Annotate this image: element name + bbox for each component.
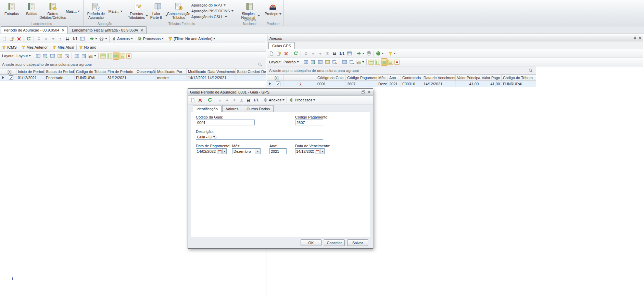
grid-search-button[interactable] [527, 67, 534, 74]
salvar-button[interactable]: Salvar [347, 239, 368, 246]
codigo-guia-field[interactable] [196, 120, 255, 125]
delete-record-button[interactable] [197, 97, 203, 103]
appearance-button[interactable]: A [126, 52, 132, 59]
nav-first-button[interactable] [35, 35, 42, 42]
grid-view-button[interactable] [79, 35, 86, 42]
column-header-check[interactable]: [x] [273, 75, 283, 80]
find-button[interactable] [64, 35, 71, 42]
column-header-codigo-tributo[interactable]: Código do Tributo [75, 69, 106, 74]
grid-layout-2-button[interactable] [310, 59, 317, 65]
row-checkbox[interactable] [276, 82, 280, 86]
column-header-anexo-icon[interactable] [283, 75, 316, 80]
data-pagamento-field[interactable] [196, 148, 227, 154]
find-button[interactable] [245, 97, 252, 103]
column-header-codigo-tributo[interactable]: Código do Tributo [502, 75, 536, 80]
column-header-valor-pago[interactable]: Valor Pago [480, 75, 502, 80]
nav-prev-button[interactable] [42, 35, 49, 42]
new-record-button[interactable] [1, 35, 8, 42]
view-layout-2-button[interactable] [106, 52, 113, 59]
anexos-dropdown-button[interactable]: Anexos [263, 97, 285, 103]
filter-dropdown-button[interactable] [388, 50, 396, 57]
delete-record-button[interactable] [282, 50, 289, 57]
edit-record-button[interactable] [8, 35, 15, 42]
grid-layout-1-button[interactable] [35, 52, 41, 59]
column-header-valor-principal[interactable]: Valor Principal [456, 75, 480, 80]
apuracao-mais-button[interactable]: Mais... [106, 8, 124, 15]
view-layout-2-button[interactable] [375, 59, 381, 65]
export-button[interactable] [89, 35, 98, 42]
nav-first-button[interactable] [216, 97, 223, 103]
data-vencimento-input[interactable] [295, 149, 315, 154]
column-header-contratada[interactable]: Contratada [401, 75, 422, 80]
edit-record-button[interactable] [275, 50, 282, 57]
mes-select[interactable]: Dezembro [232, 148, 261, 154]
nav-last-button[interactable] [57, 35, 64, 42]
calendar-button[interactable] [315, 149, 320, 154]
delete-record-button[interactable] [15, 35, 22, 42]
view-layout-4-button[interactable] [119, 52, 126, 59]
date-dropdown-button[interactable] [222, 149, 226, 154]
grid-layout-5-button[interactable] [63, 52, 70, 59]
left-group-by-bar[interactable]: Arraste aqui o cabeçalho de uma coluna p… [0, 60, 266, 69]
column-header-ano[interactable]: Ano [388, 75, 401, 80]
dialog-maximize-button[interactable] [362, 90, 365, 94]
column-header-codigo-guia[interactable]: Código da Guia [316, 75, 346, 80]
tab-periodo-de-apuracao[interactable]: Período de Apuração - 03.9.0504 [1, 26, 68, 34]
chart-button[interactable] [356, 59, 365, 65]
pin-panel-button[interactable] [633, 36, 637, 40]
simples-nacional-button[interactable]: Simples Nacional [239, 1, 260, 21]
grid-layout-1-button[interactable] [303, 59, 310, 65]
chart-button[interactable] [88, 52, 97, 59]
filter-dropdown-button[interactable]: [Filtro: No ano Anterior] [167, 35, 216, 42]
combo-dropdown-button[interactable] [255, 149, 260, 154]
nav-prev-button[interactable] [224, 97, 230, 103]
anexos-group-by-bar[interactable]: Arraste aqui o cabeçalho de uma coluna p… [267, 66, 536, 75]
column-header-modificado-por[interactable]: Modificado Por [156, 69, 187, 74]
data-pagamento-input[interactable] [196, 149, 217, 154]
ano-field[interactable] [269, 148, 287, 154]
grid-layout-2-button[interactable] [42, 52, 49, 59]
grid-layout-3-button[interactable] [317, 59, 324, 65]
column-header-observacao[interactable]: Observação [135, 69, 156, 74]
outros-debitos-creditos-button[interactable]: Outros Débitos/Créditos [41, 1, 64, 21]
filter-no-ano-button[interactable]: No ano [78, 44, 97, 51]
column-header-modificado-em[interactable]: Modificado Em [187, 69, 206, 74]
layout-preset-dropdown[interactable]: Layout [16, 52, 31, 59]
refresh-button[interactable] [25, 35, 32, 42]
cancelar-button[interactable]: Cancelar [324, 239, 345, 246]
grid-layout-5-button[interactable] [331, 59, 338, 65]
view-layout-1-button[interactable] [100, 52, 106, 59]
new-record-button[interactable] [268, 50, 275, 57]
tab-lancamento-fiscal-entrada[interactable]: Lançamento Fiscal Entrada - 03.9.0504 [69, 26, 147, 34]
compensacao-tributos-button[interactable]: $ Compensação Tributos [168, 1, 190, 21]
export-button[interactable] [356, 50, 365, 57]
tab-valores[interactable]: Valores [222, 105, 242, 112]
column-header-inicio-periodo[interactable]: Início de Período [16, 69, 45, 74]
nav-first-button[interactable] [302, 50, 309, 57]
periodo-apuracao-button[interactable]: Período de Apuração [85, 1, 106, 21]
nav-next-button[interactable] [231, 97, 238, 103]
ok-button[interactable]: OK [301, 239, 321, 246]
anexos-grid-row[interactable]: 0001 2607 Deze... 2021 F00310 14/12/2021… [267, 81, 536, 87]
close-panel-button[interactable] [639, 37, 642, 40]
apuracao-csll-button[interactable]: Apuração do CSLL [191, 15, 234, 19]
view-layout-3-button[interactable] [381, 59, 387, 65]
prodepe-button[interactable]: Prodepe [264, 1, 282, 17]
data-vencimento-field[interactable] [295, 148, 325, 154]
grid-layout-3-button[interactable] [49, 52, 56, 59]
nav-next-button[interactable] [317, 50, 324, 57]
refresh-button[interactable] [292, 50, 299, 57]
tab-outros-dados[interactable]: Outros Dados [243, 105, 274, 112]
tab-guias-gps[interactable]: Guias GPS [268, 42, 295, 49]
new-record-button[interactable] [189, 97, 196, 103]
refresh-button[interactable] [206, 97, 213, 103]
filter-mes-anterior-button[interactable]: Mes Anterior [21, 44, 49, 51]
row-checkbox[interactable] [9, 75, 13, 80]
eventos-tributarios-button[interactable]: Eventos Tributários [128, 1, 148, 21]
filter-icms-button[interactable]: ICMS [1, 44, 17, 51]
nav-prev-button[interactable] [310, 50, 316, 57]
grid-layout-7-button[interactable] [80, 52, 87, 59]
column-header-check[interactable]: [x] [6, 69, 16, 74]
calendar-button[interactable] [217, 149, 222, 154]
tab-close-icon[interactable] [140, 29, 143, 32]
